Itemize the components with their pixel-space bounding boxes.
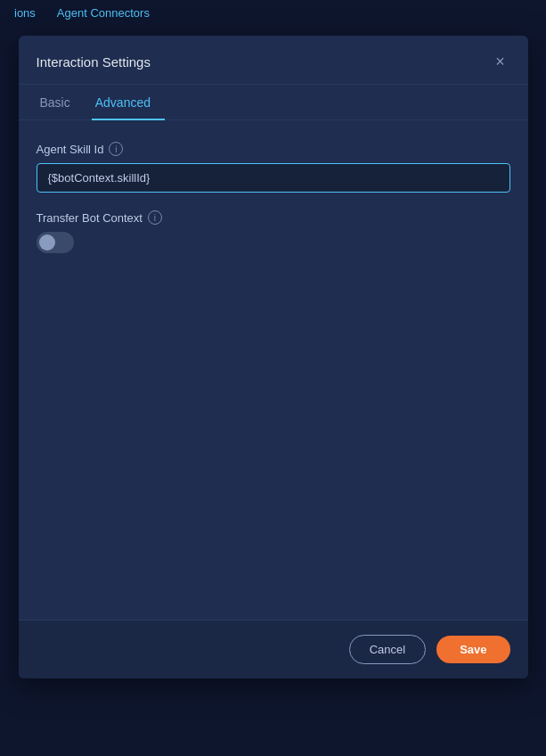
modal-footer: Cancel Save [19, 620, 528, 678]
agent-skill-id-group: Agent Skill Id i [37, 142, 510, 193]
modal-overlay: ions Agent Connectors Interaction Settin… [0, 0, 546, 756]
modal-header: Interaction Settings × [19, 36, 528, 85]
transfer-bot-context-info-icon[interactable]: i [148, 210, 162, 225]
modal-body: Agent Skill Id i Transfer Bot Context i [19, 120, 528, 620]
cancel-button[interactable]: Cancel [349, 635, 426, 664]
top-bar-item-2[interactable]: Agent Connectors [57, 6, 150, 20]
agent-skill-id-input[interactable] [37, 163, 510, 193]
close-button[interactable]: × [491, 52, 510, 71]
top-bar: ions Agent Connectors [0, 0, 546, 25]
transfer-bot-context-label-text: Transfer Bot Context [37, 211, 143, 225]
toggle-wrapper-container [37, 232, 510, 253]
modal-title: Interaction Settings [37, 54, 151, 70]
transfer-bot-context-row: Transfer Bot Context i [37, 210, 510, 225]
agent-skill-id-label-text: Agent Skill Id [37, 143, 104, 156]
tab-basic[interactable]: Basic [37, 85, 85, 120]
tab-advanced[interactable]: Advanced [92, 85, 165, 120]
agent-skill-id-label: Agent Skill Id i [37, 142, 510, 156]
agent-skill-id-info-icon[interactable]: i [109, 142, 123, 156]
tabs-row: Basic Advanced [19, 85, 528, 120]
transfer-bot-context-toggle[interactable] [37, 232, 74, 253]
interaction-settings-modal: Interaction Settings × Basic Advanced Ag… [19, 36, 528, 678]
toggle-slider [37, 232, 74, 253]
top-bar-item-1: ions [14, 6, 36, 20]
transfer-bot-context-label: Transfer Bot Context i [37, 210, 162, 225]
save-button[interactable]: Save [436, 636, 509, 663]
